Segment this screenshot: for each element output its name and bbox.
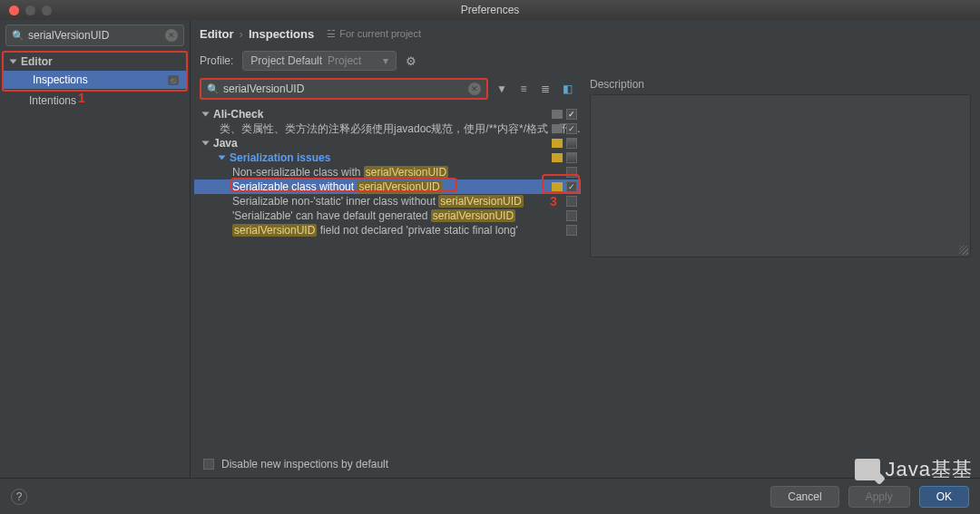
chevron-down-icon: [202, 112, 210, 117]
checkbox-mixed[interactable]: [566, 138, 577, 149]
tree-group-alicheck[interactable]: Ali-Check ✓: [194, 107, 581, 121]
disable-new-label: Disable new inspections by default: [221, 458, 388, 470]
chevron-down-icon: [219, 156, 226, 160]
sidebar-search-input[interactable]: [28, 29, 165, 42]
inspection-search[interactable]: 🔍 ✕: [200, 78, 488, 100]
wechat-icon: [855, 459, 880, 480]
settings-sidebar: 🔍 ✕ Editor Inspections ⎋ Intentions 1: [0, 20, 191, 478]
reset-badge-icon: ⎋: [168, 75, 179, 85]
search-icon: 🔍: [12, 30, 24, 42]
inspection-tree[interactable]: Ali-Check ✓ 类、类属性、类方法的注释必须使用javadoc规范，使用…: [194, 103, 581, 451]
breadcrumb: Editor›Inspections: [200, 27, 314, 41]
profile-dropdown[interactable]: Project Default Project ▾: [242, 51, 397, 71]
apply-button[interactable]: Apply: [848, 486, 910, 508]
cancel-button[interactable]: Cancel: [770, 486, 838, 508]
collapse-all-icon[interactable]: ≣: [537, 81, 554, 97]
sidebar-item-intentions[interactable]: Intentions: [0, 92, 190, 110]
filter-icon[interactable]: ▼: [494, 81, 510, 97]
tree-group-java[interactable]: Java: [194, 136, 581, 150]
checkbox-mixed[interactable]: [566, 152, 577, 163]
checkbox[interactable]: [566, 196, 577, 207]
checkbox[interactable]: ✓: [566, 181, 577, 192]
clear-search-icon[interactable]: ✕: [468, 82, 481, 95]
chevron-down-icon: ▾: [383, 54, 388, 67]
tree-item[interactable]: 'Serializable' can have default generate…: [194, 209, 581, 223]
expand-all-icon[interactable]: ≡: [515, 81, 532, 97]
tree-item[interactable]: serialVersionUID field not declared 'pri…: [194, 223, 581, 238]
tree-group-serialization[interactable]: Serialization issues: [194, 150, 581, 165]
tree-item[interactable]: Serializable non-'static' inner class wi…: [194, 194, 581, 209]
disable-new-checkbox[interactable]: [203, 459, 214, 470]
gear-icon[interactable]: ⚙: [406, 54, 416, 68]
annotation-1: 1: [78, 91, 85, 105]
checkbox[interactable]: [566, 167, 577, 178]
annotation-3: 3: [550, 194, 557, 209]
reset-icon[interactable]: ◧: [559, 81, 575, 97]
tree-item-alicheck-child[interactable]: 类、类属性、类方法的注释必须使用javadoc规范，使用/**内容*/格式，不……: [194, 121, 581, 136]
description-label: Description: [590, 78, 971, 91]
checkbox[interactable]: [566, 210, 577, 221]
clear-search-icon[interactable]: ✕: [165, 29, 178, 42]
description-panel: [590, 94, 971, 257]
project-icon: ☱: [327, 28, 336, 40]
tree-item[interactable]: Non-serializable class with serialVersio…: [194, 165, 581, 179]
search-icon: 🔍: [207, 83, 220, 95]
sidebar-search[interactable]: 🔍 ✕: [5, 24, 184, 46]
inspection-search-input[interactable]: [223, 82, 468, 95]
checkbox[interactable]: ✓: [566, 109, 577, 120]
ok-button[interactable]: OK: [919, 486, 969, 508]
window-titlebar: Preferences: [0, 0, 980, 20]
current-project-indicator: ☱ For current project: [327, 28, 421, 40]
checkbox[interactable]: [566, 225, 577, 236]
sidebar-item-inspections[interactable]: Inspections ⎋: [4, 71, 186, 89]
help-button[interactable]: ?: [11, 489, 27, 505]
checkbox[interactable]: ✓: [566, 123, 577, 134]
sidebar-category-editor[interactable]: Editor: [4, 53, 186, 71]
watermark: Java基基: [855, 456, 973, 483]
profile-label: Profile:: [200, 54, 233, 67]
chevron-down-icon: [202, 141, 210, 146]
chevron-down-icon: [10, 60, 17, 64]
window-title: Preferences: [0, 4, 980, 16]
tree-item-selected[interactable]: Serializable class without serialVersion…: [194, 179, 581, 194]
